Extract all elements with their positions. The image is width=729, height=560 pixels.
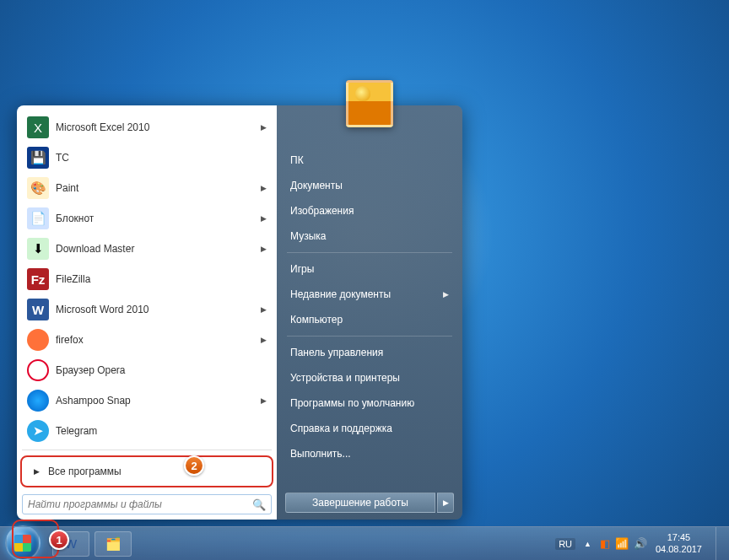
submenu-arrow-icon: ▶ <box>261 305 267 314</box>
right-panel-item[interactable]: ПК <box>285 148 454 173</box>
right-panel-item[interactable]: Документы <box>285 173 454 198</box>
program-icon <box>27 329 49 351</box>
right-panel-item[interactable]: Компьютер <box>285 307 454 332</box>
start-menu-left-panel: XMicrosoft Excel 2010▶💾TC🎨Paint▶📄Блокнот… <box>17 105 277 520</box>
submenu-arrow-icon: ▶ <box>261 396 267 405</box>
user-avatar[interactable] <box>346 80 393 127</box>
right-panel-item[interactable]: Выполнить... <box>285 441 454 466</box>
program-label: Paint <box>56 182 261 194</box>
program-label: Download Master <box>56 243 261 255</box>
taskbar: W 🗂️ RU ▲ ◧ 📶 🔊 17:45 04.08.2017 <box>0 526 729 560</box>
tray-chevron-icon[interactable]: ▲ <box>584 540 591 548</box>
submenu-arrow-icon: ▶ <box>443 290 449 299</box>
tray-clock[interactable]: 17:45 04.08.2017 <box>656 532 702 554</box>
program-item[interactable]: Ashampoo Snap▶ <box>22 385 272 416</box>
start-menu: XMicrosoft Excel 2010▶💾TC🎨Paint▶📄Блокнот… <box>17 105 462 520</box>
program-label: Блокнот <box>56 213 261 224</box>
show-desktop-button[interactable] <box>716 527 724 561</box>
shutdown-options-arrow[interactable]: ▶ <box>437 493 454 513</box>
annotation-badge-1: 1 <box>49 530 69 550</box>
right-panel-item[interactable]: Музыка <box>285 223 454 249</box>
program-label: firefox <box>56 334 261 346</box>
program-item[interactable]: ⬇Download Master▶ <box>22 234 272 264</box>
search-icon[interactable]: 🔍 <box>252 498 266 511</box>
program-item[interactable]: ➤Telegram <box>22 416 272 446</box>
program-icon <box>27 390 49 412</box>
program-label: FileZilla <box>56 273 267 285</box>
shutdown-button[interactable]: Завершение работы <box>285 493 435 513</box>
divider <box>287 336 452 337</box>
right-panel-item-label: Документы <box>290 180 343 191</box>
search-box[interactable]: 🔍 <box>22 494 272 514</box>
program-icon <box>27 359 49 381</box>
program-label: Telegram <box>56 425 267 437</box>
start-menu-right-panel: ПКДокументыИзображенияМузыкаИгрыНедавние… <box>277 105 462 520</box>
program-item[interactable]: WMicrosoft Word 2010▶ <box>22 294 272 325</box>
volume-icon[interactable]: 🔊 <box>634 537 647 550</box>
submenu-arrow-icon: ▶ <box>261 184 267 192</box>
right-panel-item-label: ПК <box>290 154 304 166</box>
right-panel-item-label: Музыка <box>290 230 326 242</box>
triangle-right-icon: ▶ <box>34 467 40 476</box>
program-label: Microsoft Excel 2010 <box>56 121 261 133</box>
right-panel-item-label: Устройства и принтеры <box>290 372 400 384</box>
right-panel-item-label: Выполнить... <box>290 448 351 460</box>
right-panel-item[interactable]: Справка и поддержка <box>285 416 454 441</box>
divider <box>287 252 452 253</box>
right-panel-item[interactable]: Устройства и принтеры <box>285 365 454 390</box>
program-item[interactable]: FzFileZilla <box>22 264 272 294</box>
annotation-highlight-all-programs: ▶ Все программы <box>20 455 273 487</box>
separator <box>22 450 272 450</box>
search-input[interactable] <box>28 498 252 510</box>
tray-date-text: 04.08.2017 <box>656 544 702 555</box>
program-icon: X <box>27 116 49 138</box>
program-icon: 💾 <box>27 147 49 169</box>
program-label: Microsoft Word 2010 <box>56 304 261 315</box>
search-row: 🔍 <box>22 494 272 514</box>
program-item[interactable]: firefox▶ <box>22 325 272 355</box>
right-panel-item-label: Изображения <box>290 205 354 217</box>
network-icon[interactable]: 📶 <box>615 537 629 550</box>
shutdown-row: Завершение работы ▶ <box>285 486 454 513</box>
right-panel-item[interactable]: Недавние документы▶ <box>285 282 454 307</box>
recent-programs-list: XMicrosoft Excel 2010▶💾TC🎨Paint▶📄Блокнот… <box>22 112 272 446</box>
submenu-arrow-icon: ▶ <box>261 123 267 132</box>
system-tray: RU ▲ ◧ 📶 🔊 17:45 04.08.2017 <box>555 527 724 561</box>
taskbar-app-icon[interactable]: 🗂️ <box>94 531 132 557</box>
right-panel-item[interactable]: Панель управления <box>285 340 454 365</box>
tray-time-text: 17:45 <box>656 532 702 543</box>
language-indicator[interactable]: RU <box>555 538 575 550</box>
program-label: Браузер Opera <box>56 364 267 376</box>
program-icon: ➤ <box>27 420 49 442</box>
program-icon: W <box>27 299 49 320</box>
program-item[interactable]: XMicrosoft Excel 2010▶ <box>22 112 272 143</box>
program-label: Ashampoo Snap <box>56 395 261 407</box>
tray-app-icon[interactable]: ◧ <box>600 537 610 550</box>
program-label: TC <box>56 152 267 164</box>
all-programs-button[interactable]: ▶ Все программы <box>24 459 270 484</box>
right-panel-item-label: Панель управления <box>290 347 383 358</box>
start-orb-button[interactable] <box>5 525 40 561</box>
program-icon: 📄 <box>27 207 49 229</box>
program-item[interactable]: Браузер Opera <box>22 355 272 385</box>
submenu-arrow-icon: ▶ <box>261 214 267 223</box>
right-panel-item[interactable]: Программы по умолчанию <box>285 390 454 416</box>
right-panel-item-label: Недавние документы <box>290 288 391 300</box>
program-item[interactable]: 💾TC <box>22 143 272 173</box>
right-panel-item[interactable]: Изображения <box>285 198 454 223</box>
submenu-arrow-icon: ▶ <box>261 245 267 253</box>
program-icon: Fz <box>27 268 49 290</box>
program-item[interactable]: 📄Блокнот▶ <box>22 203 272 234</box>
tray-icons: ◧ 📶 🔊 <box>600 537 647 550</box>
right-panel-item-label: Программы по умолчанию <box>290 397 414 409</box>
right-panel-item-label: Компьютер <box>290 314 343 326</box>
all-programs-label: Все программы <box>48 466 122 477</box>
right-panel-item-label: Игры <box>290 263 314 275</box>
program-item[interactable]: 🎨Paint▶ <box>22 173 272 203</box>
program-icon: 🎨 <box>27 177 49 199</box>
right-panel-item[interactable]: Игры <box>285 256 454 282</box>
submenu-arrow-icon: ▶ <box>261 336 267 344</box>
right-panel-item-label: Справка и поддержка <box>290 423 392 434</box>
annotation-badge-2: 2 <box>184 455 204 476</box>
program-icon: ⬇ <box>27 238 49 260</box>
